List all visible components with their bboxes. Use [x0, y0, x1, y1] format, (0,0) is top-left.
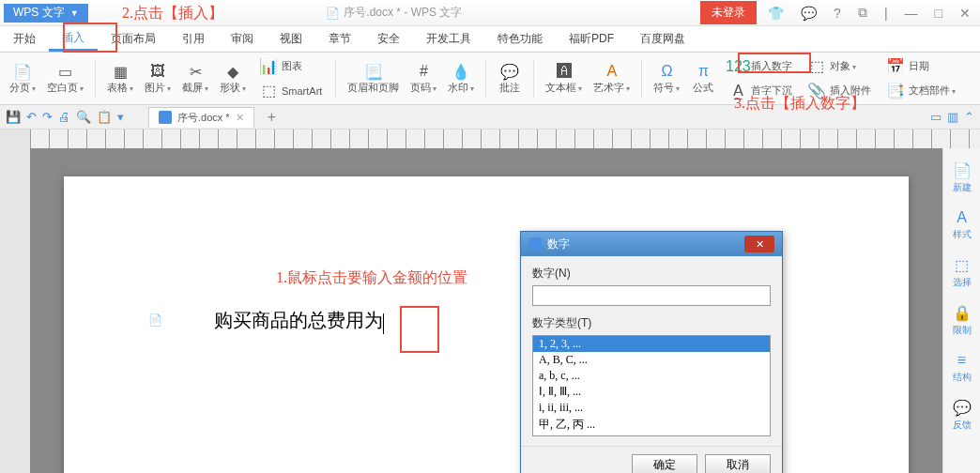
minimize-button[interactable]: — — [899, 6, 924, 21]
chevron-down-icon: ▼ — [70, 8, 79, 18]
comment-button[interactable]: 💬批注 — [494, 60, 526, 97]
save-icon[interactable]: 💾 — [6, 110, 21, 124]
collapse-ribbon-icon[interactable]: ⌃ — [964, 110, 974, 124]
blank-page-button[interactable]: ▭空白页▾ — [43, 60, 87, 97]
dialog-title: 数字 — [547, 236, 570, 252]
view-icon-1[interactable]: ▭ — [930, 110, 942, 124]
attachment-button[interactable]: 📎插入附件 — [802, 80, 877, 102]
table-button[interactable]: ▦表格▾ — [103, 60, 137, 97]
shirt-icon[interactable]: 👕 — [762, 6, 789, 21]
screenshot-button[interactable]: ✂截屏▾ — [178, 60, 212, 97]
view-icon-2[interactable]: ▥ — [947, 110, 958, 124]
doc-parts-button[interactable]: 📑文档部件▾ — [880, 80, 961, 102]
menu-章节[interactable]: 章节 — [315, 26, 364, 52]
menu-开发工具[interactable]: 开发工具 — [413, 26, 484, 52]
side-label: 限制 — [953, 324, 972, 337]
side-item-限制[interactable]: 🔒限制 — [951, 298, 973, 343]
shapes-icon: ◆ — [223, 62, 242, 81]
preview-icon[interactable]: 🔍 — [76, 110, 91, 124]
side-item-样式[interactable]: A样式 — [951, 204, 973, 247]
menu-特色功能[interactable]: 特色功能 — [484, 26, 556, 52]
type-option[interactable]: i, ii, iii, ... — [533, 400, 770, 416]
lbl: 页码 — [410, 82, 431, 93]
menu-开始[interactable]: 开始 — [0, 26, 49, 52]
page-break-button[interactable]: 📄分页▾ — [6, 60, 39, 97]
redo-icon[interactable]: ↷ — [42, 110, 53, 124]
number-type-list[interactable]: 1, 2, 3, ...A, B, C, ...a, b, c, ...Ⅰ, Ⅱ… — [532, 335, 771, 436]
menu-安全[interactable]: 安全 — [364, 26, 413, 52]
print-icon[interactable]: 🖨 — [58, 110, 70, 124]
wordart-button[interactable]: A艺术字▾ — [590, 60, 634, 97]
more-icon[interactable]: ▾ — [117, 110, 124, 124]
dialog-titlebar[interactable]: 数字 ✕ — [521, 232, 782, 256]
picture-button[interactable]: 🖼图片▾ — [141, 60, 175, 97]
restore-icon[interactable]: ⧉ — [852, 5, 873, 21]
help-icon[interactable]: ? — [828, 6, 847, 21]
document-text[interactable]: 购买商品的总费用为 — [214, 310, 383, 330]
header-footer-button[interactable]: 📃页眉和页脚 — [344, 60, 403, 97]
object-button[interactable]: ⬚对象▾ — [802, 55, 877, 78]
doc-title-text: 序号.docx * - WPS 文字 — [344, 5, 462, 21]
canvas[interactable]: 购买商品的总费用为 📄 — [30, 148, 942, 473]
app-menu[interactable]: WPS 文字 ▼ — [4, 4, 88, 23]
side-label: 结构 — [953, 371, 972, 384]
insert-number-button[interactable]: 123插入数字 — [723, 55, 798, 78]
lbl: SmartArt — [282, 85, 322, 97]
textbox-button[interactable]: 🅰文本框▾ — [542, 60, 586, 97]
watermark-button[interactable]: 💧水印▾ — [444, 60, 478, 97]
number-dialog: 数字 ✕ 数字(N) 数字类型(T) 1, 2, 3, ...A, B, C, … — [520, 231, 783, 473]
maximize-button[interactable]: □ — [929, 6, 948, 21]
page-number-button[interactable]: #页码▾ — [406, 60, 440, 97]
horizontal-ruler[interactable] — [30, 130, 980, 148]
side-label: 选择 — [953, 276, 972, 289]
attachment-icon: 📎 — [807, 82, 826, 100]
document-tab[interactable]: 序号.docx * ✕ — [148, 107, 254, 128]
cancel-button[interactable]: 取消 — [705, 454, 771, 473]
paste-icon[interactable]: 📋 — [97, 110, 112, 124]
add-tab-button[interactable]: + — [268, 109, 276, 126]
menu-插入[interactable]: 插入 — [49, 26, 98, 52]
shapes-button[interactable]: ◆形状▾ — [216, 60, 250, 97]
type-label: 数字类型(T) — [532, 315, 771, 331]
type-option[interactable]: 1, 2, 3, ... — [533, 336, 770, 352]
smartart-button[interactable]: ⬚SmartArt — [253, 80, 328, 102]
menu-引用[interactable]: 引用 — [169, 26, 218, 52]
header-footer-icon: 📃 — [364, 62, 383, 81]
menu-审阅[interactable]: 审阅 — [218, 26, 267, 52]
type-option[interactable]: a, b, c, ... — [533, 368, 770, 384]
login-button[interactable]: 未登录 — [700, 1, 757, 24]
chart-button[interactable]: 📊图表 — [253, 55, 328, 78]
separator — [95, 60, 96, 98]
quick-access-bar: 💾 ↶ ↷ 🖨 🔍 📋 ▾ 序号.docx * ✕ + ▭ ▥ ⌃ — [0, 105, 980, 130]
close-button[interactable]: ✕ — [954, 6, 976, 21]
ok-button[interactable]: 确定 — [632, 454, 697, 473]
tab-label: 序号.docx * — [177, 111, 230, 125]
side-icon: 🔒 — [953, 304, 972, 322]
type-option[interactable]: A, B, C, ... — [533, 352, 770, 368]
date-button[interactable]: 📅日期 — [880, 55, 961, 78]
type-option[interactable]: Ⅰ, Ⅱ, Ⅲ, ... — [533, 384, 770, 400]
paragraph-mark-icon: 📄 — [148, 313, 162, 327]
equation-button[interactable]: π公式 — [687, 60, 719, 97]
chat-icon[interactable]: 💬 — [795, 6, 822, 21]
side-item-选择[interactable]: ⬚选择 — [951, 251, 973, 295]
number-input[interactable] — [532, 285, 771, 306]
side-item-反馈[interactable]: 💬反馈 — [951, 393, 973, 437]
menu-页面布局[interactable]: 页面布局 — [98, 26, 169, 52]
menu-百度网盘[interactable]: 百度网盘 — [627, 26, 698, 52]
menu-视图[interactable]: 视图 — [267, 26, 315, 52]
symbol-button[interactable]: Ω符号▾ — [650, 60, 683, 97]
smartart-icon: ⬚ — [259, 82, 278, 100]
lbl: 图表 — [282, 59, 302, 73]
type-option[interactable]: 甲, 乙, 丙 ... — [533, 416, 770, 434]
close-tab-icon[interactable]: ✕ — [236, 112, 244, 124]
undo-icon[interactable]: ↶ — [26, 110, 37, 124]
screenshot-icon: ✂ — [186, 62, 205, 81]
side-item-新建[interactable]: 📄新建 — [951, 156, 973, 200]
menu-福昕PDF[interactable]: 福昕PDF — [556, 26, 627, 52]
lbl: 空白页 — [47, 82, 78, 93]
drop-cap-button[interactable]: A̲首字下沉 — [723, 80, 798, 102]
vertical-ruler[interactable] — [0, 148, 30, 473]
dialog-close-button[interactable]: ✕ — [744, 236, 774, 252]
side-item-结构[interactable]: ≡结构 — [951, 346, 973, 389]
